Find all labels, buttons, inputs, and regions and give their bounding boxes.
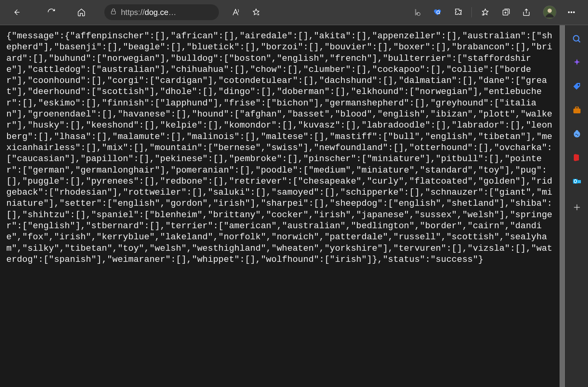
svg-rect-13 bbox=[575, 107, 579, 109]
bing-icon bbox=[413, 8, 421, 17]
sidebar-add-button[interactable] bbox=[573, 202, 581, 214]
svg-point-11 bbox=[578, 84, 579, 86]
sidebar-office-button[interactable] bbox=[572, 152, 582, 163]
sidebar-outlook-button[interactable] bbox=[572, 176, 582, 186]
add-favorite-button[interactable] bbox=[247, 3, 266, 22]
read-aloud-icon bbox=[231, 8, 240, 17]
arrow-left-icon bbox=[12, 8, 21, 17]
collections-button[interactable] bbox=[496, 3, 515, 22]
share-icon bbox=[522, 8, 531, 17]
favorites-button[interactable] bbox=[476, 3, 495, 22]
json-response-text: {"message":{"affenpinscher":[],"african"… bbox=[0, 25, 560, 271]
lock-icon bbox=[110, 8, 117, 17]
sparkle-icon bbox=[572, 58, 582, 68]
browser-toolbar: https://dog.ce… bbox=[0, 0, 588, 24]
office-icon bbox=[572, 153, 582, 162]
svg-point-17 bbox=[577, 135, 578, 136]
briefcase-icon bbox=[572, 105, 582, 115]
svg-rect-0 bbox=[111, 11, 116, 14]
page-content[interactable]: {"message":{"affenpinscher":[],"african"… bbox=[0, 25, 560, 387]
home-icon bbox=[77, 8, 86, 17]
vertical-scrollbar[interactable] bbox=[560, 25, 565, 387]
refresh-icon bbox=[47, 8, 56, 17]
svg-rect-12 bbox=[573, 109, 580, 113]
address-bar[interactable]: https://dog.ce… bbox=[104, 4, 219, 20]
sidebar-search-button[interactable] bbox=[572, 34, 582, 44]
share-button[interactable] bbox=[517, 3, 536, 22]
svg-point-15 bbox=[575, 130, 578, 133]
star-plus-icon bbox=[252, 8, 260, 17]
url-host: dog.ce bbox=[145, 8, 168, 17]
cookie-icon bbox=[572, 129, 582, 139]
refresh-button[interactable] bbox=[42, 3, 61, 22]
sidebar-tools-button[interactable] bbox=[572, 105, 582, 115]
sidebar-shopping-button[interactable] bbox=[572, 81, 582, 92]
shopping-button[interactable] bbox=[428, 3, 447, 22]
svg-point-7 bbox=[568, 12, 569, 13]
read-aloud-button[interactable] bbox=[226, 3, 245, 22]
edge-sidebar bbox=[565, 25, 588, 387]
outlook-icon bbox=[572, 177, 582, 186]
profile-avatar[interactable] bbox=[543, 6, 556, 19]
collections-icon bbox=[501, 8, 510, 17]
scroll-thumb[interactable] bbox=[560, 25, 565, 387]
more-button[interactable] bbox=[562, 3, 581, 22]
url-tail: … bbox=[168, 8, 176, 17]
svg-point-6 bbox=[548, 9, 552, 13]
toolbar-separator bbox=[471, 7, 472, 17]
url-text: https://dog.ce… bbox=[121, 8, 213, 17]
extensions-button[interactable] bbox=[449, 3, 467, 22]
sidebar-discover-button[interactable] bbox=[572, 58, 582, 68]
star-lines-icon bbox=[481, 8, 490, 17]
plus-icon bbox=[573, 203, 581, 212]
main-area: {"message":{"affenpinscher":[],"african"… bbox=[0, 24, 588, 387]
avatar-image bbox=[543, 6, 556, 19]
search-icon bbox=[572, 34, 582, 44]
tag-icon bbox=[572, 82, 582, 91]
home-button[interactable] bbox=[72, 3, 91, 22]
browser-window: https://dog.ce… bbox=[0, 0, 588, 387]
svg-point-2 bbox=[417, 13, 420, 15]
svg-point-9 bbox=[573, 12, 575, 13]
toolbar-right bbox=[407, 3, 581, 22]
svg-point-8 bbox=[571, 12, 572, 13]
more-icon bbox=[567, 8, 576, 17]
svg-point-10 bbox=[573, 36, 579, 41]
sidebar-games-button[interactable] bbox=[572, 129, 582, 139]
address-bar-actions bbox=[226, 3, 266, 22]
bing-button[interactable] bbox=[407, 3, 426, 22]
back-button[interactable] bbox=[7, 3, 26, 22]
puzzle-icon bbox=[454, 8, 462, 17]
url-scheme: https:// bbox=[121, 8, 145, 17]
heart-icon bbox=[433, 8, 442, 17]
svg-point-16 bbox=[575, 134, 577, 135]
